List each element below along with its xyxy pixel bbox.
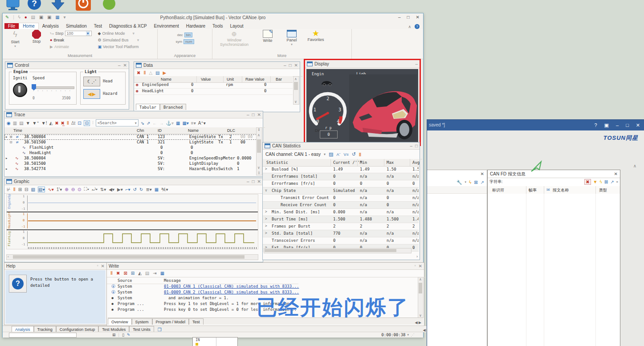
maximize-icon[interactable]: □ [252,112,255,117]
panel-button[interactable]: Panel▾ [282,30,302,47]
table-row[interactable]: ∿ HeadLight 0 0 [4,151,257,156]
filter-icon[interactable]: ⊞ [131,271,135,276]
more-chevron-icon[interactable]: » [616,180,618,184]
folder-icon[interactable]: ▨ [329,151,333,157]
minimize-icon[interactable]: – [410,143,412,148]
power-icon[interactable] [76,0,91,12]
col-name[interactable]: Name [188,128,199,133]
write-tab-program-model[interactable]: Program / Model [152,318,189,325]
grid-icon[interactable]: ⊞ [112,333,116,337]
fix-icon[interactable]: ◉ [7,121,11,126]
col-name[interactable]: Name [161,77,171,81]
delete-icon[interactable]: ✖ [137,70,140,75]
logging-icon[interactable]: ▦ [176,121,180,126]
tab-tracking[interactable]: Tracking [34,326,56,332]
undo-icon[interactable]: ↺ [133,187,137,192]
table-row[interactable]: >Min. Send Dist. [ms]0.000n/an/an/a [263,209,419,216]
simulated-bus-button[interactable]: ⚙Simulated Bus▾ [98,37,139,43]
curve-icon[interactable]: ∿▾ [48,187,53,192]
delta-time-icon[interactable]: Δt [71,121,75,126]
font-icon[interactable]: A⁺▾ [198,121,206,126]
tab-branched[interactable]: Branched [160,104,186,110]
clear-view-icon[interactable]: ⊠ [123,271,127,276]
minimize-icon[interactable]: – [398,15,401,20]
pause-icon[interactable]: ‖ [110,271,113,276]
legend-icon[interactable]: ≣▾ [146,187,151,192]
close-icon[interactable]: ✕ [636,122,640,128]
table-row[interactable]: >Busload [%]1.491.491.501.5 [263,166,419,173]
filter-add-icon[interactable]: ▼⁺ [33,121,39,126]
tab-simulation[interactable]: Simulation [62,23,90,29]
pause-icon[interactable]: ‖ [359,152,361,157]
export-icon[interactable]: ↗ [481,180,484,185]
col-frame-rate[interactable]: 帧率 [529,187,537,193]
maximize-icon[interactable]: □ [415,143,418,148]
data-scrollbar[interactable]: ∧ ∨ [293,76,299,105]
table-row[interactable]: Transceiver Errors0n/an/an/a [263,237,419,244]
online-mode-button[interactable]: ◆Online Mode▾ [98,30,139,37]
write-window-button[interactable]: ✎ Write [258,30,277,47]
tab-scroll-left-icon[interactable]: ◀ [415,321,417,325]
close-icon[interactable]: ✕ [419,264,422,269]
copy-icon[interactable]: ▤ [145,271,149,276]
close-icon[interactable]: ✕ [294,63,298,68]
sphere-icon[interactable] [102,0,118,12]
minimize-icon[interactable]: – [247,179,249,184]
hazard-button[interactable]: ◀ ▶ [83,89,100,99]
filter-edit-icon[interactable]: ▼! [41,121,47,126]
canoe-titlebar[interactable]: ✎ | ϟ ● ▤ ▣ ▣ ▦ ▾ PythonBasic.cfg [Simul… [3,13,423,22]
anchor-icon[interactable]: ⚓▾ [166,121,174,126]
maximize-icon[interactable]: □ [289,63,292,68]
pause-icon[interactable]: ‖ [143,70,146,75]
window-synchronization-button[interactable]: 🜨 Window Synchronization [215,30,253,47]
filter-icon[interactable]: ▼ [26,121,30,126]
write-tab-system[interactable]: System [132,318,152,325]
col-unit[interactable]: Unit [227,77,234,81]
tab-home[interactable]: Home [19,23,39,29]
tab-test-units[interactable]: Test Units [129,326,154,332]
fixed-mode-icon[interactable]: ⊡ [77,121,81,126]
col-type[interactable]: 类型 [599,187,607,193]
next-icon[interactable]: ▶▾ [117,187,123,192]
list-item[interactable]: 🛈 System 01-0003 CAN 1 (Classical CAN) s… [107,284,424,290]
clear-filter-icon[interactable]: ✖ [584,179,591,185]
col-identifier[interactable]: 标识符 [492,187,504,193]
status-input[interactable] [9,333,77,338]
chevron-down-icon[interactable]: ▾ [407,333,409,337]
pan-icon[interactable]: ⤾▾ [92,187,98,192]
grid-x-icon[interactable]: ⊞ [18,187,22,192]
bin-toggle[interactable]: bin [184,33,193,37]
expand-all-icon[interactable]: V≡ [343,152,348,157]
play-icon[interactable]: ▶ [163,70,167,75]
download-icon[interactable] [50,0,66,12]
ribbon-help-icon[interactable]: ? [415,24,420,29]
export-icon[interactable]: ↗ [610,179,614,184]
clear-icon[interactable]: ✖ [116,271,120,276]
tab-analysis[interactable]: Analysis [39,23,62,29]
step-value-combobox[interactable]: 100▾ [65,31,92,36]
col-raw[interactable]: Raw Value [245,77,265,81]
stop-button[interactable]: Stop [27,30,46,50]
table-row[interactable]: ∿ 38.501500 SV: LightDisplay 0 [4,161,257,167]
forward-icon[interactable]: → [159,121,163,126]
columns-icon[interactable]: ≡▾ [191,121,196,126]
binoculars-icon[interactable]: ◭ [49,121,53,126]
binoculars-icon[interactable]: ◭ [138,271,142,276]
clear-all-icon[interactable]: ✖̲ [61,121,65,126]
lightning-icon[interactable]: ϟ [599,179,602,184]
expander-icon[interactable]: ⊞ [10,134,12,139]
trace-scrollbar[interactable]: ⇕ ∧ ∨ ⇳ [256,127,262,175]
trash-icon[interactable]: ▯ [122,333,124,337]
can-stats-hscrollbar[interactable] [264,248,412,253]
table-row[interactable]: ▸ ∿ 38.542774 SV: HazardLightsSwitch 1 [4,167,257,172]
logging-icon[interactable]: ▦ [160,271,164,276]
table-row[interactable]: ∿ FlashLight 0 0 [4,145,257,151]
minimize-icon[interactable]: – [118,63,121,68]
col-chn[interactable]: Chn [137,128,144,133]
table-row[interactable]: ▸ ∿ 38.500804 SV: EngineSpeedDspMeter 0.… [4,156,257,161]
tab-tabular[interactable]: Tabular [136,104,160,110]
slider-thumb[interactable] [32,84,36,90]
pause-icon[interactable]: ‖ [13,187,16,192]
export-icon[interactable]: ⇥ [153,271,156,276]
settings-icon[interactable]: ▣ [604,122,609,128]
